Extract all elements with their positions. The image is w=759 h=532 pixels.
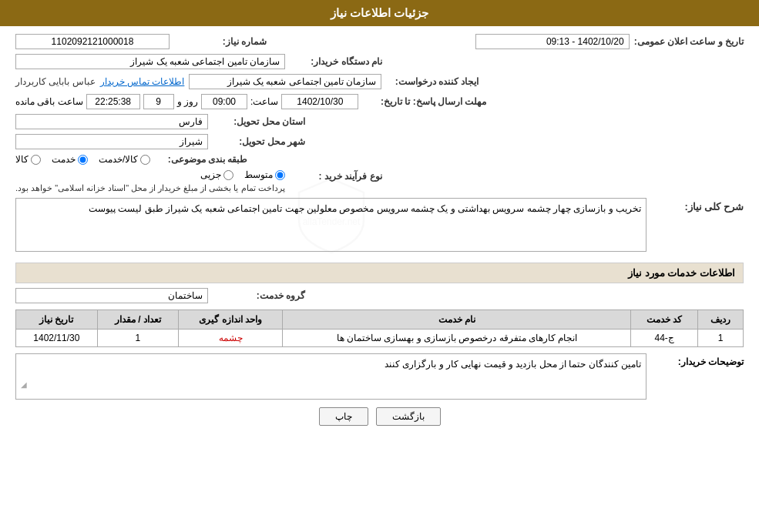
- org-name-label: نام دستگاه خریدار:: [290, 56, 382, 67]
- category-kala[interactable]: کالا: [15, 154, 41, 165]
- resize-handle: ◢: [21, 380, 641, 389]
- time-value: 09:00: [201, 94, 247, 109]
- cell-rownum: 1: [698, 330, 744, 347]
- city-value: شیراز: [15, 134, 208, 149]
- buyer-notes-label: توضیحات خریدار:: [651, 353, 744, 367]
- need-number-value: 1102092121000018: [15, 34, 170, 49]
- buyer-notes-row: توضیحات خریدار: تامین کنندگان حتما از مح…: [15, 353, 744, 400]
- col-header-date: تاریخ نیاز: [16, 310, 98, 330]
- announce-date-label: تاریخ و ساعت اعلان عمومی:: [634, 36, 744, 47]
- purchase-type-motevaset[interactable]: متوسط: [244, 169, 285, 180]
- col-header-qty: تعداد / مقدار: [97, 310, 179, 330]
- service-group-value: ساختمان: [15, 288, 208, 303]
- announce-date-value: 1402/10/20 - 09:13: [475, 34, 630, 49]
- buttons-row: بازگشت چاپ: [15, 407, 744, 437]
- col-header-rownum: ردیف: [698, 310, 744, 330]
- reply-deadline-label: مهلت ارسال پاسخ: تا تاریخ:: [363, 96, 486, 107]
- page-title: جزئیات اطلاعات نیاز: [331, 6, 428, 19]
- buyer-notes-content: تامین کنندگان حتما از محل بازدید و قیمت …: [385, 359, 641, 370]
- col-header-unit: واحد اندازه گیری: [179, 310, 283, 330]
- description-box: allaTender.net تخریب و بازسازی چهار چشمه…: [15, 198, 646, 252]
- category-kala-khedmat[interactable]: کالا/خدمت: [99, 154, 150, 165]
- category-radio-group: کالا/خدمت خدمت کالا: [15, 154, 150, 165]
- remaining-value: 22:25:38: [86, 94, 140, 109]
- services-table: ردیف کد خدمت نام خدمت واحد اندازه گیری ت…: [15, 309, 744, 347]
- description-content: تخریب و بازسازی چهار چشمه سرویس بهداشتی …: [89, 203, 641, 214]
- services-section-title: اطلاعات خدمات مورد نیاز: [15, 263, 744, 283]
- creator-value: سازمان تامین اجتماعی شعبه یک شیراز: [189, 74, 381, 89]
- cell-name: انجام کارهای متفرقه درخصوص بازسازی و بهس…: [283, 330, 631, 347]
- back-button[interactable]: بازگشت: [376, 407, 441, 426]
- svg-text:allaTender.net: allaTender.net: [302, 216, 360, 227]
- description-label: شرح کلی نیاز:: [651, 198, 744, 212]
- service-group-label: گروه خدمت:: [213, 290, 305, 301]
- purchase-type-label: نوع فرآیند خرید :: [290, 169, 382, 182]
- cell-unit: چشمه: [179, 330, 283, 347]
- cell-date: 1402/11/30: [16, 330, 98, 347]
- remaining-label: ساعت باقی مانده: [15, 96, 83, 107]
- col-header-code: کد خدمت: [631, 310, 698, 330]
- city-label: شهر محل تحویل:: [213, 136, 305, 147]
- category-khedmat[interactable]: خدمت: [52, 154, 88, 165]
- province-value: فارس: [15, 114, 208, 129]
- date-value: 1402/10/30: [281, 94, 358, 109]
- need-number-label: شماره نیاز:: [174, 36, 267, 47]
- day-value: 9: [143, 94, 174, 109]
- cell-qty: 1: [97, 330, 179, 347]
- page-header: جزئیات اطلاعات نیاز: [0, 0, 759, 26]
- creator-person: عباس بابایی کاربردار: [15, 76, 96, 87]
- org-name-value: سازمان تامین اجتماعی شعبه یک شیراز: [15, 54, 285, 69]
- category-label: طبقه بندی موضوعی:: [155, 154, 247, 165]
- contact-link[interactable]: اطلاعات تماس خریدار: [100, 76, 185, 87]
- day-label: روز و: [177, 96, 198, 107]
- buyer-notes-box: تامین کنندگان حتما از محل بازدید و قیمت …: [15, 353, 646, 400]
- time-label: ساعت:: [250, 96, 278, 107]
- purchase-type-jozi[interactable]: جزیی: [200, 169, 233, 180]
- creator-label: ایجاد کننده درخواست:: [386, 76, 479, 87]
- province-label: استان محل تحویل:: [213, 116, 305, 127]
- col-header-name: نام خدمت: [283, 310, 631, 330]
- table-row: 1 ج-44 انجام کارهای متفرقه درخصوص بازساز…: [16, 330, 744, 347]
- purchase-type-radio-group: متوسط جزیی: [15, 169, 285, 180]
- cell-code: ج-44: [631, 330, 698, 347]
- purchase-type-note: پرداخت تمام یا بخشی از مبلغ خریدار از مح…: [15, 183, 285, 193]
- print-button[interactable]: چاپ: [319, 407, 368, 426]
